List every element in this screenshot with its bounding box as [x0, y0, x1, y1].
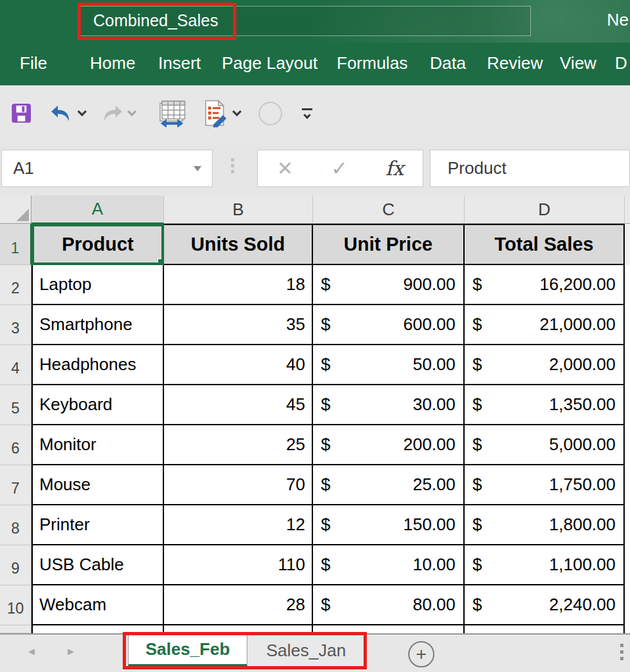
column-header-A[interactable]: A	[32, 196, 164, 224]
tabbar-resize-handle[interactable]	[620, 644, 623, 660]
row-header-9[interactable]: 9	[0, 545, 32, 585]
edit-form-dropdown-icon[interactable]	[232, 107, 242, 116]
row-header-10[interactable]: 10	[0, 585, 32, 625]
cell-partial-5[interactable]	[625, 385, 630, 425]
new-sheet-button[interactable]: +	[408, 641, 434, 667]
redo-dropdown-icon[interactable]	[127, 107, 136, 116]
cell-B4[interactable]: 40	[164, 345, 313, 385]
cell-A9[interactable]: USB Cable	[32, 545, 164, 585]
cell-partial-8[interactable]	[625, 505, 630, 545]
next-sheet-icon[interactable]: ►	[66, 635, 76, 669]
cell-D11-partial[interactable]	[465, 625, 625, 633]
row-header-1[interactable]: 1	[0, 224, 32, 265]
cell-D2[interactable]: $16,200.00	[465, 265, 625, 305]
row-header-5[interactable]: 5	[0, 385, 32, 425]
cell-partial-3[interactable]	[625, 305, 630, 345]
cell-A3[interactable]: Smartphone	[32, 305, 164, 345]
cell-A2[interactable]: Laptop	[32, 265, 164, 305]
cell-B2[interactable]: 18	[164, 265, 313, 305]
cell-D1[interactable]: Total Sales	[465, 224, 625, 265]
cell-C4[interactable]: $50.00	[313, 345, 465, 385]
cell-D9[interactable]: $1,100.00	[465, 545, 625, 585]
circle-shape-icon[interactable]	[259, 102, 282, 125]
cell-C9[interactable]: $10.00	[313, 545, 465, 585]
redo-icon[interactable]	[100, 104, 123, 123]
column-header-C[interactable]: C	[313, 196, 465, 224]
cell-D3[interactable]: $21,000.00	[465, 305, 625, 345]
cell-C8[interactable]: $150.00	[313, 505, 465, 545]
cell-B5[interactable]: 45	[164, 385, 313, 425]
row-header-4[interactable]: 4	[0, 345, 32, 385]
prev-sheet-icon[interactable]: ◄	[26, 635, 37, 669]
undo-dropdown-icon[interactable]	[77, 107, 87, 116]
cell-B9[interactable]: 110	[164, 545, 313, 585]
row-header-11-partial[interactable]	[0, 625, 32, 633]
name-box-value: A1	[2, 158, 194, 178]
save-icon[interactable]	[11, 103, 32, 123]
select-all-button[interactable]	[0, 196, 32, 224]
cell-C7[interactable]: $25.00	[313, 465, 465, 505]
tab-data[interactable]: Data	[430, 43, 466, 85]
tab-home[interactable]: Home	[90, 43, 135, 85]
cell-A8[interactable]: Printer	[32, 505, 164, 545]
cell-D4[interactable]: $2,000.00	[465, 345, 625, 385]
formula-input[interactable]: Product	[430, 150, 630, 187]
tab-view[interactable]: View	[560, 43, 597, 85]
row-header-2[interactable]: 2	[0, 265, 32, 305]
cell-partial-2[interactable]	[625, 265, 630, 305]
column-header-partial[interactable]	[625, 196, 630, 224]
enter-icon[interactable]: ✓	[331, 157, 347, 180]
cell-D10[interactable]: $2,240.00	[465, 585, 625, 625]
customize-toolbar-icon[interactable]	[302, 108, 312, 119]
cell-C6[interactable]: $200.00	[313, 425, 465, 465]
cell-B3[interactable]: 35	[164, 305, 313, 345]
cancel-icon[interactable]: ✕	[277, 157, 293, 180]
cell-D7[interactable]: $1,750.00	[465, 465, 625, 505]
row-header-8[interactable]: 8	[0, 505, 32, 545]
autofit-column-table-icon[interactable]	[158, 100, 186, 127]
tab-page-layout[interactable]: Page Layout	[222, 43, 318, 85]
cell-D6[interactable]: $5,000.00	[465, 425, 625, 465]
name-box[interactable]: A1	[1, 150, 213, 187]
cell-C2[interactable]: $900.00	[313, 265, 465, 305]
cell-A1[interactable]: Product	[32, 224, 164, 265]
undo-icon[interactable]	[50, 104, 74, 123]
cell-partial-9[interactable]	[625, 545, 630, 585]
cell-A5[interactable]: Keyboard	[32, 385, 164, 425]
row-header-7[interactable]: 7	[0, 465, 32, 505]
cell-partial-6[interactable]	[625, 425, 630, 465]
cell-B10[interactable]: 28	[164, 585, 313, 625]
tab-insert[interactable]: Insert	[158, 43, 201, 85]
cell-A6[interactable]: Monitor	[32, 425, 164, 465]
column-header-B[interactable]: B	[164, 196, 313, 224]
tab-file[interactable]: File	[20, 43, 47, 85]
row-header-3[interactable]: 3	[0, 305, 32, 345]
tab-developer-partial[interactable]: D	[615, 43, 627, 85]
cell-C3[interactable]: $600.00	[313, 305, 465, 345]
edit-form-icon[interactable]	[201, 100, 228, 127]
cell-C1[interactable]: Unit Price	[313, 224, 465, 265]
tab-formulas[interactable]: Formulas	[337, 43, 408, 85]
cell-D8[interactable]: $1,800.00	[465, 505, 625, 545]
cell-B7[interactable]: 70	[164, 465, 313, 505]
cell-C5[interactable]: $30.00	[313, 385, 465, 425]
cell-partial-7[interactable]	[625, 465, 630, 505]
cell-partial-1[interactable]	[625, 224, 630, 265]
cell-B1[interactable]: Units Sold	[164, 224, 313, 265]
tab-review[interactable]: Review	[487, 43, 543, 85]
column-header-D[interactable]: D	[465, 196, 625, 224]
cell-partial-11[interactable]	[625, 625, 630, 633]
name-box-dropdown-icon[interactable]	[194, 166, 201, 171]
cell-A4[interactable]: Headphones	[32, 345, 164, 385]
cell-B8[interactable]: 12	[164, 505, 313, 545]
cell-C10[interactable]: $80.00	[313, 585, 465, 625]
formula-bar-separator[interactable]	[231, 158, 234, 173]
cell-partial-10[interactable]	[625, 585, 630, 625]
cell-A7[interactable]: Mouse	[32, 465, 164, 505]
row-header-6[interactable]: 6	[0, 425, 32, 465]
insert-function-icon[interactable]: fx	[385, 157, 404, 180]
cell-B6[interactable]: 25	[164, 425, 313, 465]
cell-A10[interactable]: Webcam	[32, 585, 164, 625]
cell-partial-4[interactable]	[625, 345, 630, 385]
cell-D5[interactable]: $1,350.00	[465, 385, 625, 425]
